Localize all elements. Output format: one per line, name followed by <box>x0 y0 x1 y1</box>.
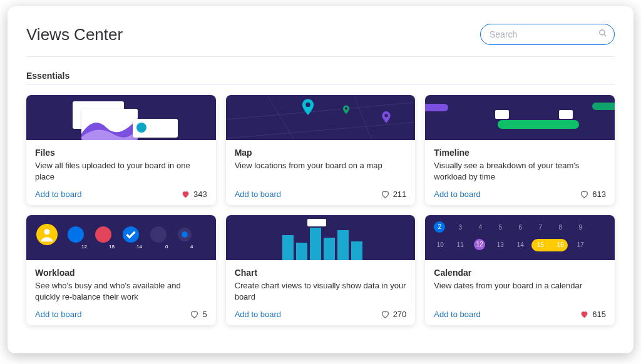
calendar-day: 7 <box>534 224 546 231</box>
search-icon <box>598 29 607 40</box>
svg-line-5 <box>351 95 376 140</box>
card-body: Map View locations from your board on a … <box>226 140 416 205</box>
calendar-day: 10 <box>434 241 446 248</box>
likes-count: 615 <box>592 310 606 319</box>
likes-count: 211 <box>393 190 407 199</box>
card-desc: View locations from your board on a map <box>235 160 407 182</box>
workload-count-label: 14 <box>136 244 142 250</box>
card-desc: View dates from your board in a calendar <box>434 280 606 302</box>
avatar-icon <box>36 224 58 245</box>
likes[interactable]: 5 <box>190 310 207 319</box>
card-body: Files View all files uploaded to your bo… <box>26 140 216 205</box>
check-icon <box>123 226 139 243</box>
heart-icon <box>580 310 589 319</box>
card-body: Chart Create chart views to visually sho… <box>226 260 416 325</box>
card-footer: Add to board 211 <box>235 190 407 199</box>
card-title: Files <box>35 148 207 158</box>
svg-point-0 <box>600 30 605 35</box>
svg-point-6 <box>305 103 310 107</box>
card-desc: Create chart views to visually show data… <box>235 280 407 302</box>
calendar-day: 8 <box>554 224 567 231</box>
svg-line-1 <box>604 34 607 37</box>
search-wrap <box>480 24 615 45</box>
calendar-day: 17 <box>574 241 587 248</box>
add-to-board-link[interactable]: Add to board <box>235 190 281 199</box>
card-body: Timeline Visually see a breakdown of you… <box>425 140 615 205</box>
cards-grid: Files View all files uploaded to your bo… <box>26 95 615 325</box>
card-footer: Add to board 615 <box>434 310 606 319</box>
heart-icon <box>580 190 589 199</box>
map-pin-icon <box>342 105 350 118</box>
card-title: Chart <box>235 268 407 278</box>
likes-count: 270 <box>393 310 407 319</box>
likes-count: 5 <box>202 310 207 319</box>
likes[interactable]: 343 <box>181 190 207 199</box>
likes[interactable]: 211 <box>381 190 407 199</box>
heart-icon <box>381 310 390 319</box>
card-desc: Visually see a breakdown of your team's … <box>434 160 606 182</box>
likes[interactable]: 270 <box>381 310 407 319</box>
likes[interactable]: 613 <box>580 190 606 199</box>
card-desc: View all files uploaded to your board in… <box>35 160 207 182</box>
card-desc: See who's busy and who's available and q… <box>35 280 207 302</box>
workload-count-label: 12 <box>81 244 87 250</box>
map-pin-icon <box>381 111 391 126</box>
card-title: Map <box>235 148 407 158</box>
heart-icon <box>190 310 199 319</box>
calendar-day: 9 <box>574 224 587 231</box>
add-to-board-link[interactable]: Add to board <box>35 190 81 199</box>
card-body: Workload See who's busy and who's availa… <box>26 260 216 325</box>
workload-count-label: 4 <box>190 244 193 250</box>
workload-count-label: 0 <box>165 244 168 250</box>
calendar-day: 6 <box>514 224 526 231</box>
section-title: Essentials <box>26 71 615 85</box>
likes[interactable]: 615 <box>580 310 606 319</box>
card-timeline[interactable]: Timeline Visually see a breakdown of you… <box>425 95 615 205</box>
likes-count: 613 <box>592 190 606 199</box>
calendar-day: 14 <box>514 241 526 248</box>
card-chart[interactable]: Chart Create chart views to visually sho… <box>226 215 416 325</box>
likes-count: 343 <box>193 190 207 199</box>
card-thumb-files <box>26 95 216 140</box>
card-thumb-map <box>226 95 416 140</box>
svg-point-9 <box>44 229 49 235</box>
calendar-day: 13 <box>494 241 506 248</box>
page-title: Views Center <box>26 25 123 44</box>
add-to-board-link[interactable]: Add to board <box>434 190 480 199</box>
add-to-board-link[interactable]: Add to board <box>35 310 81 319</box>
card-footer: Add to board 270 <box>235 310 407 319</box>
card-thumb-timeline <box>425 95 615 140</box>
calendar-day: 16 <box>554 241 567 248</box>
calendar-day: 15 <box>534 241 546 248</box>
header: Views Center <box>26 24 615 57</box>
card-title: Timeline <box>434 148 606 158</box>
heart-icon <box>181 190 190 199</box>
calendar-day: 2 <box>434 221 445 233</box>
calendar-day: 12 <box>474 239 485 250</box>
add-to-board-link[interactable]: Add to board <box>434 310 480 319</box>
card-calendar[interactable]: 2 3 4 5 6 7 8 9 10 11 12 13 14 15 16 17 … <box>425 215 615 325</box>
map-pin-icon <box>301 99 315 119</box>
card-workload[interactable]: 12 18 14 0 4 Workload See who's busy and… <box>26 215 216 325</box>
card-footer: Add to board 613 <box>434 190 606 199</box>
search-input[interactable] <box>480 24 615 45</box>
card-body: Calendar View dates from your board in a… <box>425 260 615 325</box>
card-thumb-calendar: 2 3 4 5 6 7 8 9 10 11 12 13 14 15 16 17 <box>425 215 615 260</box>
calendar-day: 3 <box>454 224 466 231</box>
svg-point-7 <box>345 108 347 110</box>
card-files[interactable]: Files View all files uploaded to your bo… <box>26 95 216 205</box>
heart-icon <box>381 190 390 199</box>
card-thumb-workload: 12 18 14 0 4 <box>26 215 216 260</box>
svg-point-8 <box>384 114 387 117</box>
card-footer: Add to board 343 <box>35 190 207 199</box>
card-title: Workload <box>35 268 207 278</box>
calendar-day: 5 <box>494 224 506 231</box>
calendar-day: 4 <box>474 224 486 231</box>
calendar-day: 11 <box>454 241 466 248</box>
views-center-panel: Views Center Essentials Files View <box>8 6 633 353</box>
card-thumb-chart <box>226 215 416 260</box>
card-title: Calendar <box>434 268 606 278</box>
card-map[interactable]: Map View locations from your board on a … <box>226 95 416 205</box>
add-to-board-link[interactable]: Add to board <box>235 310 281 319</box>
workload-count-label: 18 <box>109 244 115 250</box>
